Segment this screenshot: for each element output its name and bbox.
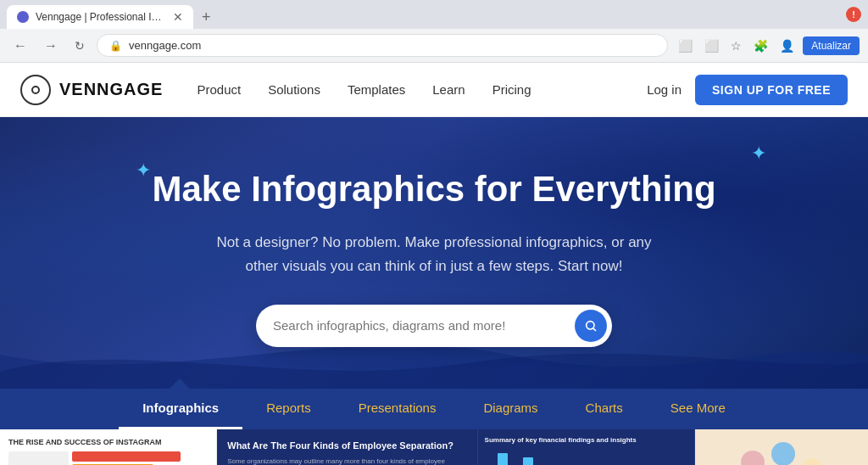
- active-tab[interactable]: Venngage | Professional Infogra... ✕: [7, 5, 193, 29]
- category-seemore[interactable]: See More: [647, 389, 749, 429]
- nav-actions: Log in SIGN UP FOR FREE: [647, 75, 848, 105]
- profile-icon[interactable]: 👤: [776, 36, 798, 56]
- star-decoration-2: ✦: [751, 143, 766, 165]
- browser-actions: ⬜ ⬜ ☆ 🧩 👤 Atualizar: [675, 36, 860, 56]
- template-preview-1: THE RISE AND SUCCESS OF INSTAGRAM: [0, 429, 216, 465]
- tab-close-icon[interactable]: ✕: [173, 10, 183, 24]
- new-tab-button[interactable]: +: [197, 8, 216, 26]
- template-preview-2: What Are The Four Kinds of Employee Sepa…: [217, 429, 476, 465]
- category-charts[interactable]: Charts: [562, 389, 647, 429]
- address-bar-row: ← → ↻ 🔒 venngage.com ⬜ ⬜ ☆ 🧩 👤 Atualizar: [0, 29, 868, 62]
- search-button[interactable]: [575, 310, 607, 342]
- template-preview-4: !: [695, 429, 868, 465]
- search-input[interactable]: [273, 318, 575, 333]
- category-infographics[interactable]: Infographics: [119, 389, 242, 429]
- tab-title: Venngage | Professional Infogra...: [36, 11, 166, 23]
- update-button[interactable]: Atualizar: [803, 36, 860, 55]
- logo[interactable]: VENNGAGE: [20, 75, 163, 105]
- extensions-icon[interactable]: 🧩: [750, 36, 771, 56]
- nav-product[interactable]: Product: [197, 82, 241, 97]
- hero-section: ✦ ✦ Make Infographics for Everything Not…: [0, 117, 868, 389]
- lock-icon: 🔒: [109, 40, 122, 52]
- template-card-1[interactable]: THE RISE AND SUCCESS OF INSTAGRAM: [0, 429, 217, 465]
- nav-links: Product Solutions Templates Learn Pricin…: [197, 82, 647, 97]
- search-icon: [584, 319, 598, 333]
- active-tab-indicator: [170, 378, 190, 389]
- top-nav: VENNGAGE Product Solutions Templates Lea…: [0, 63, 868, 117]
- template-card-2[interactable]: What Are The Four Kinds of Employee Sepa…: [217, 429, 477, 465]
- login-button[interactable]: Log in: [647, 82, 682, 97]
- bookmark-icon[interactable]: ☆: [727, 36, 745, 56]
- url-text: venngage.com: [129, 39, 655, 52]
- logo-text: VENNGAGE: [59, 80, 163, 99]
- category-tabs: Infographics Reports Presentations Diagr…: [0, 389, 868, 429]
- logo-inner-circle: [31, 86, 40, 94]
- category-diagrams[interactable]: Diagrams: [459, 389, 561, 429]
- address-input[interactable]: 🔒 venngage.com: [97, 34, 668, 57]
- back-button[interactable]: ←: [8, 36, 32, 55]
- tab-favicon: [17, 11, 29, 23]
- svg-line-1: [593, 328, 596, 331]
- tab-bar: Venngage | Professional Infogra... ✕ +: [0, 0, 868, 29]
- nav-solutions[interactable]: Solutions: [268, 82, 320, 97]
- signup-button[interactable]: SIGN UP FOR FREE: [695, 75, 848, 105]
- svg-point-0: [587, 321, 594, 328]
- screenshot-icon[interactable]: ⬜: [701, 36, 722, 56]
- browser-chrome: Venngage | Professional Infogra... ✕ + ←…: [0, 0, 868, 63]
- logo-icon: [20, 75, 51, 105]
- template-card-4[interactable]: !: [695, 429, 868, 465]
- hero-heading: Make Infographics for Everything: [137, 168, 731, 210]
- search-bar: [17, 305, 851, 347]
- nav-templates[interactable]: Templates: [348, 82, 405, 97]
- forward-button[interactable]: →: [39, 36, 63, 55]
- nav-learn[interactable]: Learn: [432, 82, 465, 97]
- templates-row: THE RISE AND SUCCESS OF INSTAGRAM What A…: [0, 429, 868, 465]
- template-card-3[interactable]: Summary of key financial findings and in…: [478, 429, 695, 465]
- translate-icon[interactable]: ⬜: [675, 36, 696, 56]
- nav-pricing[interactable]: Pricing: [492, 82, 531, 97]
- category-presentations[interactable]: Presentations: [335, 389, 460, 429]
- template-preview-3: Summary of key financial findings and in…: [478, 429, 694, 465]
- reload-button[interactable]: ↻: [70, 37, 90, 54]
- category-reports[interactable]: Reports: [242, 389, 335, 429]
- hero-subtext: Not a designer? No problem. Make profess…: [214, 231, 654, 277]
